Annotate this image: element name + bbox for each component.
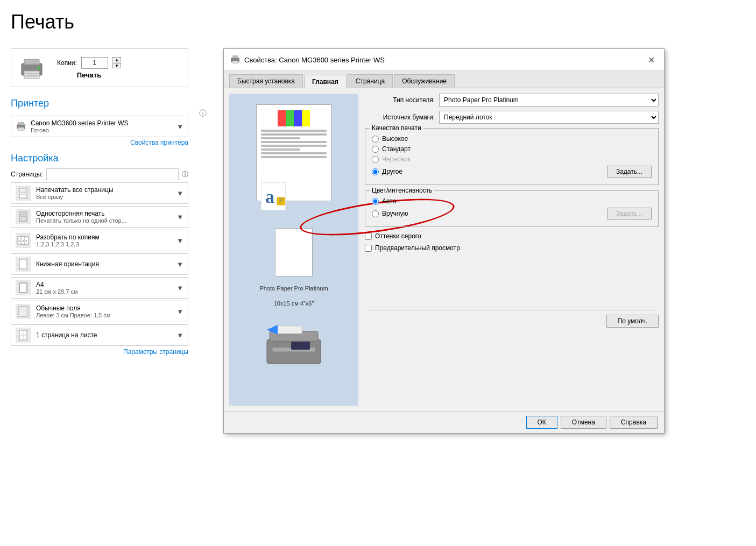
printer-properties-dialog: Свойства: Canon MG3600 series Printer WS…: [223, 48, 665, 55]
page-title: Печать: [11, 11, 745, 33]
dialog-titlebar: Свойства: Canon MG3600 series Printer WS…: [224, 49, 664, 55]
dialog-close-button[interactable]: ✕: [645, 53, 658, 55]
print-icon: [17, 54, 46, 55]
